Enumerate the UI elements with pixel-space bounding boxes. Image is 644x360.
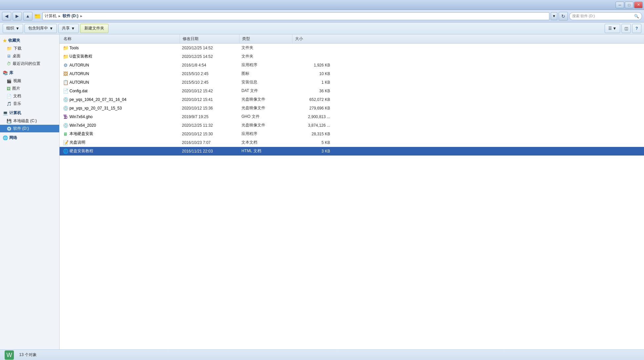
desktop-icon: 🖥 <box>7 54 11 59</box>
close-button[interactable]: ✕ <box>634 2 643 8</box>
new-folder-button[interactable]: 新建文件夹 <box>80 24 108 33</box>
sidebar-item-music[interactable]: 🎵 音乐 <box>0 100 59 108</box>
document-icon: 📄 <box>7 94 12 99</box>
file-type-cell: DAT 文件 <box>239 88 292 94</box>
file-type-cell: 图标 <box>239 71 292 76</box>
file-name-cell: 💿 Win7x64_2020 <box>61 123 180 128</box>
organize-button[interactable]: 组织 ▼ <box>3 24 23 33</box>
path-sep-1: ► <box>58 14 61 18</box>
file-date-cell: 2016/1/8 4:54 <box>180 63 239 68</box>
refresh-button[interactable]: ↻ <box>559 12 568 21</box>
sidebar-item-download[interactable]: 📁 下载 <box>0 45 59 52</box>
organize-label: 组织 <box>6 25 14 31</box>
search-box[interactable]: 搜索 软件 (D:) 🔍 <box>569 12 642 20</box>
forward-button[interactable]: ▶ <box>13 12 22 21</box>
folder-icon: 📁 <box>7 46 12 51</box>
file-size-cell: 2,900,813 ... <box>292 114 332 119</box>
up-button[interactable]: ▲ <box>23 12 32 21</box>
view-button[interactable]: ☰ ▼ <box>605 24 620 33</box>
table-row[interactable]: 🖥 本地硬盘安装 2020/10/12 15:30 应用程序 28,315 KB <box>60 130 644 138</box>
table-row[interactable]: 📋 AUTORUN 2015/5/10 2:45 安装信息 1 KB <box>60 78 644 87</box>
file-date-cell: 2020/12/25 11:32 <box>180 123 239 128</box>
table-row[interactable]: 🖼 AUTORUN 2015/5/10 2:45 图标 10 KB <box>60 69 644 78</box>
network-header[interactable]: 🌐 网络 <box>0 134 59 142</box>
col-type-header[interactable]: 类型 <box>239 34 292 43</box>
sidebar-item-documents[interactable]: 📄 文档 <box>0 92 59 100</box>
table-row[interactable]: ⚙ AUTORUN 2016/1/8 4:54 应用程序 1,926 KB <box>60 61 644 69</box>
file-icon: 💿 <box>63 97 68 102</box>
maximize-button[interactable]: □ <box>625 2 633 8</box>
library-section: 📚 库 🎬 视频 🖼 图片 📄 文档 🎵 音乐 <box>0 69 59 108</box>
file-name: AUTORUN <box>69 63 89 68</box>
file-name: Tools <box>69 46 79 50</box>
main-layout: ★ 收藏夹 📁 下载 🖥 桌面 ⏱ 最近访问的位置 📚 库 🎬 <box>0 34 644 349</box>
network-section: 🌐 网络 <box>0 134 59 142</box>
computer-header[interactable]: 💻 计算机 <box>0 109 59 117</box>
share-button[interactable]: 共享 ▼ <box>58 24 79 33</box>
file-date-cell: 2015/5/10 2:45 <box>180 80 239 85</box>
addressbar: ◀ ▶ ▲ 计算机 ► 软件 (D:) ► ▼ ↻ 搜索 软件 (D:) 🔍 <box>0 10 644 22</box>
file-type-cell: 文本文档 <box>239 140 292 145</box>
preview-button[interactable]: ◫ <box>622 24 631 33</box>
star-icon: ★ <box>3 38 7 43</box>
share-dropdown-icon: ▼ <box>71 26 75 31</box>
favorites-header[interactable]: ★ 收藏夹 <box>0 36 59 45</box>
library-header[interactable]: 📚 库 <box>0 69 59 77</box>
file-type-cell: GHO 文件 <box>239 114 292 119</box>
file-size-cell: 652,072 KB <box>292 97 332 102</box>
col-size-header[interactable]: 大小 <box>292 34 332 43</box>
file-list: 📁 Tools 2020/12/25 14:52 文件夹 📁 U盘安装教程 20… <box>60 44 644 349</box>
table-row[interactable]: 💿 Win7x64_2020 2020/12/25 11:32 光盘映像文件 3… <box>60 121 644 130</box>
path-computer: 计算机 <box>45 13 57 19</box>
recent-icon: ⏱ <box>7 61 11 66</box>
sidebar-item-pictures[interactable]: 🖼 图片 <box>0 85 59 92</box>
back-button[interactable]: ◀ <box>2 12 11 21</box>
file-name: Win7x64.gho <box>69 114 93 119</box>
picture-icon: 🖼 <box>7 86 11 91</box>
table-row[interactable]: 🌐 硬盘安装教程 2016/11/21 22:03 HTML 文档 3 KB <box>60 147 644 156</box>
file-type-cell: 应用程序 <box>239 131 292 137</box>
table-row[interactable]: 📁 U盘安装教程 2020/12/25 14:52 文件夹 <box>60 52 644 61</box>
table-row[interactable]: 📝 光盘说明 2016/10/23 7:07 文本文档 5 KB <box>60 138 644 147</box>
file-date-cell: 2020/12/25 14:52 <box>180 54 239 59</box>
table-row[interactable]: 💿 pe_yqs_xp_20_07_31_15_53 2020/10/12 15… <box>60 104 644 112</box>
sidebar-item-desktop[interactable]: 🖥 桌面 <box>0 52 59 60</box>
path-sep-2: ► <box>80 14 83 18</box>
file-name: 光盘说明 <box>69 140 85 145</box>
include-library-button[interactable]: 包含到库中 ▼ <box>24 24 57 33</box>
file-type-cell: 文件夹 <box>239 54 292 59</box>
drive-d-label: 软件 (D:) <box>13 126 29 131</box>
table-row[interactable]: 💿 pe_yqs_1064_20_07_31_16_04 2020/10/12 … <box>60 95 644 104</box>
file-name: AUTORUN <box>69 71 89 76</box>
help-button[interactable]: ? <box>632 24 641 33</box>
file-icon: 📁 <box>63 45 68 51</box>
toolbar: 组织 ▼ 包含到库中 ▼ 共享 ▼ 新建文件夹 ☰ ▼ ◫ ? <box>0 22 644 34</box>
sidebar-item-video[interactable]: 🎬 视频 <box>0 77 59 85</box>
computer-label: 计算机 <box>9 110 21 116</box>
address-path[interactable]: 计算机 ► 软件 (D:) ► <box>42 12 549 20</box>
file-type-cell: 光盘映像文件 <box>239 97 292 102</box>
table-row[interactable]: 🗜 Win7x64.gho 2019/9/7 19:25 GHO 文件 2,90… <box>60 112 644 121</box>
minimize-button[interactable]: ─ <box>616 2 624 8</box>
table-row[interactable]: 📁 Tools 2020/12/25 14:52 文件夹 <box>60 44 644 52</box>
file-size-cell: 3 KB <box>292 149 332 154</box>
col-name-header[interactable]: 名称 <box>61 34 180 43</box>
file-name-cell: 💿 pe_yqs_xp_20_07_31_15_53 <box>61 106 180 111</box>
recent-label: 最近访问的位置 <box>13 61 40 67</box>
file-date-cell: 2020/12/25 14:52 <box>180 46 239 50</box>
svg-rect-1 <box>35 15 40 19</box>
file-name-cell: 📝 光盘说明 <box>61 140 180 145</box>
include-library-label: 包含到库中 <box>28 25 48 31</box>
sidebar-item-recent[interactable]: ⏱ 最近访问的位置 <box>0 60 59 68</box>
statusbar: W 13 个对象 <box>0 349 644 360</box>
file-size-cell: 279,696 KB <box>292 106 332 111</box>
file-date-cell: 2015/5/10 2:45 <box>180 71 239 76</box>
sidebar-item-drive-d[interactable]: 💿 软件 (D:) <box>0 125 59 132</box>
file-name: pe_yqs_1064_20_07_31_16_04 <box>69 97 126 102</box>
table-row[interactable]: 📄 Config.dat 2020/10/12 15:42 DAT 文件 36 … <box>60 87 644 95</box>
file-name-cell: 📁 Tools <box>61 45 180 51</box>
address-dropdown-button[interactable]: ▼ <box>551 12 557 20</box>
file-name-cell: 📋 AUTORUN <box>61 80 180 85</box>
col-date-header[interactable]: 修改日期 <box>180 34 239 43</box>
sidebar-item-drive-c[interactable]: 💾 本地磁盘 (C:) <box>0 117 59 125</box>
